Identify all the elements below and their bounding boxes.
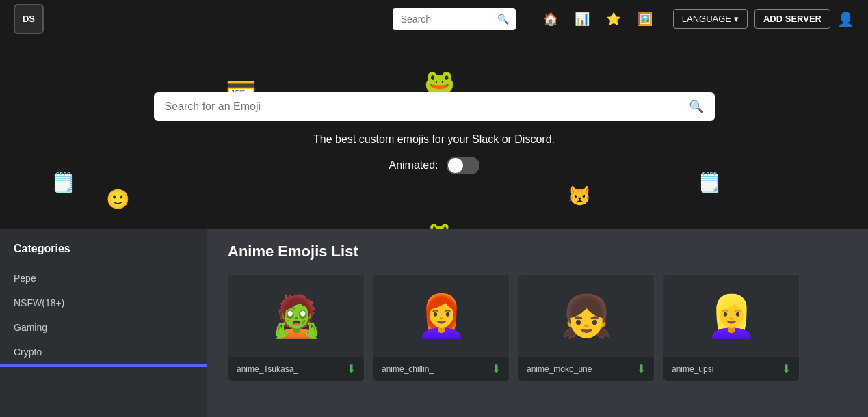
list-title: Anime Emojis List [228,243,847,260]
user-icon[interactable]: 👤 [837,11,854,27]
download-icon-upsi[interactable]: ⬇ [782,362,791,375]
floating-emoji-7: 🐦 [238,226,262,229]
star-icon[interactable]: ⭐ [606,12,621,27]
download-icon-moko[interactable]: ⬇ [637,362,646,375]
emoji-card-upsi: 👱‍♀️ anime_upsi ⬇ [663,274,800,381]
sidebar-item-crypto[interactable]: Crypto [0,340,207,364]
sidebar-item-nsfw[interactable]: NSFW(18+) [0,291,207,315]
emoji-img-tsukasa: 🧟 [228,275,364,357]
hero-search-icon: 🔍 [689,99,704,114]
animated-label: Animated: [389,159,438,172]
emoji-grid: 🧟 anime_Tsukasa_ ⬇ 👩‍🦰 anime_chillin_ ⬇ [228,274,847,381]
download-icon-tsukasa[interactable]: ⬇ [347,362,356,375]
nav-icons: 🏠 📊 ⭐ 🖼️ [543,12,653,27]
floating-emoji-8: 🐸 [428,221,451,229]
emoji-footer-upsi: anime_upsi ⬇ [663,357,799,381]
add-server-button[interactable]: ADD SERVER [754,9,830,29]
emoji-img-moko: 👧 [518,275,654,357]
emoji-footer-moko: anime_moko_une ⬇ [518,357,654,381]
sidebar-title: Categories [0,243,207,266]
emoji-name-tsukasa: anime_Tsukasa_ [237,364,298,374]
site-logo[interactable]: DS [14,4,44,34]
hero-search-container: 🔍 [154,92,715,121]
emoji-name-chillin: anime_chillin_ [382,364,434,374]
image-icon[interactable]: 🖼️ [637,12,653,27]
emoji-card-moko: 👧 anime_moko_une ⬇ [518,274,655,381]
emoji-footer-tsukasa: anime_Tsukasa_ ⬇ [228,357,364,381]
sidebar-bottom-bar [0,364,207,367]
emoji-name-upsi: anime_upsi [672,364,713,374]
emoji-name-moko: anime_moko_une [527,364,592,374]
nav-right: LANGUAGE ▾ ADD SERVER 👤 [673,9,854,29]
language-button[interactable]: LANGUAGE ▾ [673,9,748,29]
animated-toggle[interactable] [447,157,479,174]
main-content: Categories Pepe NSFW(18+) Gaming Crypto … [0,229,868,417]
hero-tagline: The best custom emojis for your Slack or… [313,133,555,146]
emoji-card-tsukasa: 🧟 anime_Tsukasa_ ⬇ [228,274,365,381]
floating-emoji-5: 😾 [568,185,592,207]
stats-icon[interactable]: 📊 [575,12,590,27]
home-icon[interactable]: 🏠 [543,12,558,27]
emoji-img-chillin: 👩‍🦰 [373,275,509,357]
content-area: Anime Emojis List 🧟 anime_Tsukasa_ ⬇ 👩‍🦰… [207,229,868,417]
hero-section: 💳 🐸 🗒️ 🙂 😾 🗒️ 🐦 🐸 🔍 The best custom emoj… [0,38,868,229]
sidebar: Categories Pepe NSFW(18+) Gaming Crypto [0,229,207,417]
floating-emoji-4: 🙂 [106,188,130,211]
hero-search-input[interactable] [165,100,689,113]
emoji-card-chillin: 👩‍🦰 anime_chillin_ ⬇ [373,274,510,381]
nav-search-icon: 🔍 [497,14,509,25]
navbar: DS 🔍 🏠 📊 ⭐ 🖼️ LANGUAGE ▾ ADD SERVER 👤 [0,0,868,38]
emoji-img-upsi: 👱‍♀️ [663,275,799,357]
floating-emoji-3: 🗒️ [51,171,75,193]
sidebar-item-pepe[interactable]: Pepe [0,266,207,291]
emoji-footer-chillin: anime_chillin_ ⬇ [373,357,509,381]
download-icon-chillin[interactable]: ⬇ [492,362,501,375]
floating-emoji-6: 🗒️ [698,171,722,193]
sidebar-item-gaming[interactable]: Gaming [0,315,207,340]
nav-search-bar: 🔍 [393,8,516,30]
animated-row: Animated: [389,157,479,174]
toggle-knob [448,158,463,173]
